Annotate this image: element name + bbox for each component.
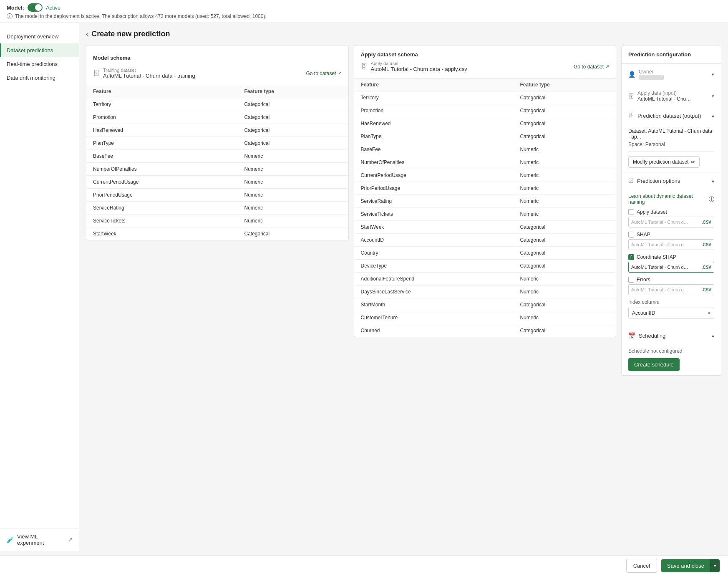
modify-prediction-dataset-button[interactable]: Modify prediction dataset ✏ [628,156,700,168]
errors-input[interactable]: AutoML Tutorial - Churn data - apply_1 .… [628,284,714,295]
prediction-dataset-chevron: ▴ [712,113,714,119]
apply-go-to-dataset[interactable]: Go to dataset ↗ [574,64,609,70]
save-and-close-button[interactable]: Save and close [661,559,710,572]
prediction-dataset-space: Space: Personal [628,141,714,147]
type-cell: Categorical [238,98,348,111]
apply-external-icon: ↗ [605,64,609,69]
table-row: NumberOfPenaltiesNumeric [354,156,616,169]
table-row: StartWeekCategorical [354,221,616,234]
prediction-options-header[interactable]: ☑ Prediction options ▴ [622,172,721,189]
sidebar-item-deployment-overview[interactable]: Deployment overview [0,30,79,43]
apply-data-chevron: ▾ [712,93,714,99]
apply-dataset-name: AutoML Tutorial - Churn data - apply.csv [371,66,467,72]
apply-dataset-input[interactable]: AutoML Tutorial - Churn data - apply_1 .… [628,217,714,227]
feature-cell: Territory [86,98,238,111]
shap-input[interactable]: AutoML Tutorial - Churn data - apply_1 .… [628,239,714,250]
type-cell: Numeric [513,273,616,285]
training-dataset-details: Training dataset AutoML Tutorial - Churn… [103,68,195,79]
prediction-dataset-header[interactable]: 🗄 Prediction dataset (output) ▴ [622,107,721,124]
prediction-dataset-title-row: 🗄 Prediction dataset (output) [628,112,701,119]
table-row: ServiceRatingNumeric [354,195,616,208]
apply-dataset-checkbox[interactable] [628,209,634,215]
learn-dynamic-naming-link[interactable]: Learn about dynamic dataset naming i [628,193,714,205]
owner-section[interactable]: 👤 Owner ▾ [622,64,721,85]
feature-cell: DaysSinceLastService [354,285,514,298]
right-config-panel: Prediction configuration 👤 Owner ▾ 🗄 [621,45,721,376]
feature-cell: PriorPeriodUsage [354,182,514,195]
table-row: PromotionCategorical [86,111,348,124]
type-cell: Numeric [238,150,348,163]
type-cell: Categorical [513,91,616,104]
index-col-select[interactable]: AccountID ▾ [628,308,714,318]
scheduling-chevron: ▴ [712,333,714,339]
errors-option: Errors AutoML Tutorial - Churn data - ap… [628,277,714,295]
model-toggle[interactable] [28,3,43,12]
model-training-dataset-row: 🗄 Training dataset AutoML Tutorial - Chu… [93,68,342,79]
feature-cell: AdditionalFeatureSpend [354,273,514,285]
table-row: ChurnedCategorical [354,324,616,337]
sidebar-footer: 🧪 View ML experiment ↗ [0,528,79,551]
feature-cell: AccountID [354,234,514,247]
type-cell: Categorical [513,221,616,234]
training-go-to-dataset[interactable]: Go to dataset ↗ [306,71,341,76]
save-close-dropdown-button[interactable]: ▾ [710,559,720,572]
type-cell: Categorical [238,227,348,240]
model-schema-header: Model schema 🗄 Training dataset AutoML T… [86,45,348,85]
prediction-dataset-title: Prediction dataset (output) [637,113,701,119]
scheduling-body: Schedule not configured Create schedule [622,344,721,375]
table-row: HasRenewedCategorical [86,124,348,137]
table-row: StartMonthCategorical [354,298,616,311]
create-schedule-button[interactable]: Create schedule [628,358,680,371]
prediction-options-icon: ☑ [628,177,634,184]
coordinate-shap-input[interactable]: AutoML Tutorial - Churn data - apply_F .… [628,262,714,273]
apply-dataset-label: Apply dataset [371,61,467,66]
schemas-and-config-row: Model schema 🗄 Training dataset AutoML T… [86,45,721,376]
info-text: The model in the deployment is active. T… [15,13,267,19]
apply-data-section[interactable]: 🗄 Apply data (input) AutoML Tutorial - C… [622,85,721,107]
type-cell: Numeric [513,143,616,156]
scheduling-header[interactable]: 📅 Scheduling ▴ [622,327,721,344]
prediction-dataset-body: Dataset: AutoML Tutorial - Churn data - … [622,124,721,172]
sidebar-item-data-drift-monitoring[interactable]: Data drift monitoring [0,71,79,85]
apply-data-value: AutoML Tutorial - Churn data - appl... [637,96,692,102]
feature-cell: ServiceTickets [86,215,238,227]
index-col-chevron: ▾ [708,311,710,316]
training-db-icon: 🗄 [93,70,100,77]
coordinate-shap-option: Coordinate SHAP AutoML Tutorial - Churn … [628,254,714,273]
type-cell: Numeric [513,311,616,324]
training-dataset-name: AutoML Tutorial - Churn data - training [103,73,195,79]
coordinate-shap-checkbox[interactable] [628,254,634,260]
type-cell: Categorical [513,104,616,117]
feature-cell: PlanType [86,137,238,150]
prediction-options-body: Learn about dynamic dataset naming i App… [622,189,721,327]
view-ml-label: View ML experiment [17,533,65,546]
scheduling-icon: 📅 [628,332,635,339]
back-button[interactable]: ‹ [86,30,88,38]
cancel-button[interactable]: Cancel [626,559,657,573]
type-cell: Categorical [238,124,348,137]
prediction-dataset-section: 🗄 Prediction dataset (output) ▴ Dataset:… [622,107,721,172]
type-cell: Categorical [513,298,616,311]
table-row: PlanTypeCategorical [86,137,348,150]
sidebar-item-realtime-predictions[interactable]: Real-time predictions [0,57,79,71]
table-row: PriorPeriodUsageNumeric [354,182,616,195]
type-cell: Categorical [513,130,616,143]
sidebar-item-dataset-predictions[interactable]: Dataset predictions [0,43,79,57]
training-dataset-label: Training dataset [103,68,195,73]
apply-schema-col-feature: Feature [354,78,514,91]
external-icon: ↗ [338,71,342,76]
training-dataset-info: 🗄 Training dataset AutoML Tutorial - Chu… [93,68,195,79]
shap-checkbox[interactable] [628,232,634,237]
type-cell: Categorical [513,234,616,247]
errors-checkbox[interactable] [628,277,634,283]
page-header: ‹ Create new prediction [86,30,721,38]
feature-cell: CurrentPeriodUsage [86,176,238,189]
prediction-options-title-row: ☑ Prediction options [628,177,680,184]
feature-cell: ServiceRating [354,195,514,208]
apply-dataset-details: Apply dataset AutoML Tutorial - Churn da… [371,61,467,72]
type-cell: Numeric [238,189,348,202]
view-ml-experiment[interactable]: 🧪 View ML experiment ↗ [7,533,73,546]
prediction-config-title: Prediction configuration [622,45,721,64]
table-row: CurrentPeriodUsageNumeric [354,169,616,182]
top-bar: Model: Active i The model in the deploym… [0,0,728,23]
